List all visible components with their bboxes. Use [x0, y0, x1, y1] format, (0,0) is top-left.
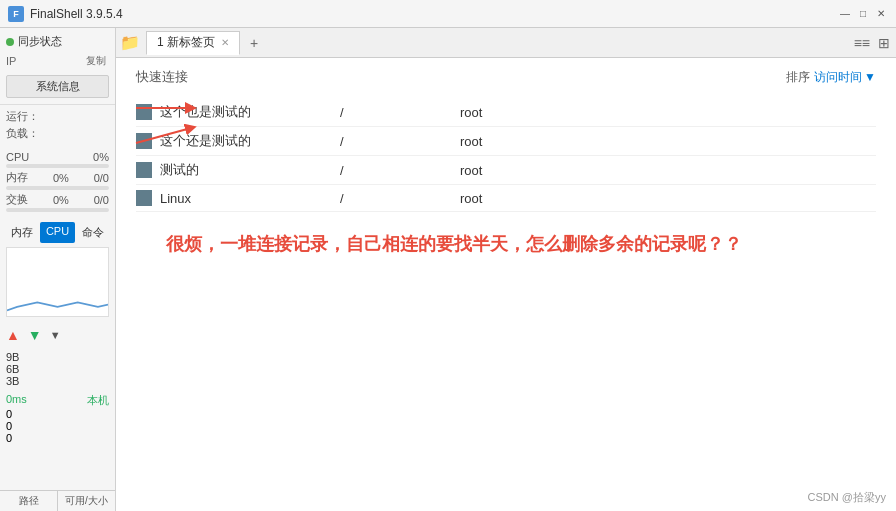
server-icon	[136, 133, 152, 149]
download-icon: ▼	[28, 327, 42, 343]
list-item[interactable]: 这个还是测试的 / root	[136, 127, 876, 156]
conn-path: /	[340, 191, 460, 206]
local-label: 本机	[87, 393, 109, 408]
tab-size[interactable]: 可用/大小	[58, 491, 115, 511]
sync-indicator	[6, 38, 14, 46]
lat-0b: 0	[6, 420, 109, 432]
folder-icon[interactable]: 📁	[120, 33, 140, 52]
conn-path: /	[340, 134, 460, 149]
conn-user: root	[460, 191, 482, 206]
sidebar-top: 同步状态 IP 复制 系统信息	[0, 28, 115, 105]
conn-name: Linux	[160, 191, 340, 206]
minimize-button[interactable]: —	[838, 7, 852, 21]
ip-row: IP 复制	[6, 53, 109, 69]
net-arrows: ▲ ▼ ▼	[0, 321, 115, 349]
lat-0a: 0	[6, 408, 109, 420]
bottom-tabs: 路径 可用/大小	[0, 490, 115, 511]
sys-info-button[interactable]: 系统信息	[6, 75, 109, 98]
swap-label: 交换	[6, 192, 28, 207]
latency-val: 0ms	[6, 393, 27, 408]
sort-section: 排序 访问时间 ▼	[786, 69, 876, 86]
cpu-label: CPU	[6, 151, 29, 163]
sort-arrow-icon: ▼	[864, 70, 876, 84]
add-tab-button[interactable]: +	[244, 33, 264, 53]
maximize-button[interactable]: □	[856, 7, 870, 21]
sidebar: 同步状态 IP 复制 系统信息 运行： 负载： CPU 0% 内存 0% 0	[0, 28, 116, 511]
net-6b: 6B	[6, 363, 109, 375]
main-layout: 同步状态 IP 复制 系统信息 运行： 负载： CPU 0% 内存 0% 0	[0, 28, 896, 511]
list-item[interactable]: Linux / root	[136, 185, 876, 212]
cpu-progress-wrap	[6, 164, 109, 168]
tab-command[interactable]: 命令	[75, 222, 111, 243]
tab-path[interactable]: 路径	[0, 491, 58, 511]
ip-label: IP	[6, 55, 16, 67]
run-label: 运行：	[6, 109, 109, 124]
conn-user: root	[460, 134, 482, 149]
title-bar: F FinalShell 3.9.5.4 — □ ✕	[0, 0, 896, 28]
swap-progress-wrap	[6, 208, 109, 212]
close-button[interactable]: ✕	[874, 7, 888, 21]
content-area: 📁 1 新标签页 ✕ + ≡≡ ⊞ 快速连接 排序 访问时间 ▼	[116, 28, 896, 511]
connection-rows: 这个也是测试的 / root 这个还是测试的 / root 测试的 / root…	[136, 98, 876, 212]
tab-memory[interactable]: 内存	[4, 222, 40, 243]
annotation-area: 很烦，一堆连接记录，自己相连的要找半天，怎么删除多余的记录呢？？	[136, 212, 876, 276]
tab-new[interactable]: 1 新标签页 ✕	[146, 31, 240, 55]
sync-row: 同步状态	[6, 34, 109, 49]
swap-val: 0%	[53, 194, 69, 206]
conn-header: 快速连接 排序 访问时间 ▼	[136, 68, 876, 86]
mem-progress-wrap	[6, 186, 109, 190]
list-item[interactable]: 测试的 / root	[136, 156, 876, 185]
mem-label: 内存	[6, 170, 28, 185]
grid-view-icon[interactable]: ≡≡	[852, 33, 872, 53]
conn-name: 这个也是测试的	[160, 103, 340, 121]
cpu-val: 0%	[93, 151, 109, 163]
net-9b: 9B	[6, 351, 109, 363]
mem-val: 0%	[53, 172, 69, 184]
mem-size: 0/0	[94, 172, 109, 184]
connection-area: 快速连接 排序 访问时间 ▼	[116, 58, 896, 511]
conn-name: 这个还是测试的	[160, 132, 340, 150]
conn-header-title: 快速连接	[136, 68, 336, 86]
server-icon	[136, 104, 152, 120]
net-3b: 3B	[6, 375, 109, 387]
sort-label: 排序	[786, 69, 810, 86]
conn-user: root	[460, 163, 482, 178]
watermark: CSDN @拾梁yy	[808, 490, 886, 505]
lat-0c: 0	[6, 432, 109, 444]
sort-value[interactable]: 访问时间 ▼	[814, 69, 876, 86]
app-title: FinalShell 3.9.5.4	[30, 7, 123, 21]
upload-icon: ▲	[6, 327, 20, 343]
tab-bar-right: ≡≡ ⊞	[852, 33, 892, 53]
run-section: 运行： 负载：	[0, 105, 115, 147]
conn-path: /	[340, 163, 460, 178]
server-icon	[136, 162, 152, 178]
sync-label: 同步状态	[18, 34, 62, 49]
tab-cpu[interactable]: CPU	[40, 222, 76, 243]
annotation-text: 很烦，一堆连接记录，自己相连的要找半天，怎么删除多余的记录呢？？	[166, 234, 742, 254]
server-icon	[136, 190, 152, 206]
app-icon: F	[8, 6, 24, 22]
connections-with-arrows: 这个也是测试的 / root 这个还是测试的 / root 测试的 / root…	[136, 98, 876, 212]
cpu-chart	[6, 247, 109, 317]
tab-bar: 📁 1 新标签页 ✕ + ≡≡ ⊞	[116, 28, 896, 58]
list-item[interactable]: 这个也是测试的 / root	[136, 98, 876, 127]
list-view-icon[interactable]: ⊞	[876, 33, 892, 53]
sidebar-tabs: 内存 CPU 命令	[4, 222, 111, 243]
load-label: 负载：	[6, 126, 109, 141]
copy-ip-button[interactable]: 复制	[83, 53, 109, 69]
conn-user: root	[460, 105, 482, 120]
swap-size: 0/0	[94, 194, 109, 206]
arrow-small-icon: ▼	[50, 329, 61, 341]
window-controls: — □ ✕	[838, 7, 888, 21]
latency-section: 0ms 本机 0 0 0	[0, 389, 115, 448]
cpu-section: CPU 0% 内存 0% 0/0 交换 0% 0/0	[0, 147, 115, 218]
tab-close-icon[interactable]: ✕	[221, 37, 229, 48]
conn-path: /	[340, 105, 460, 120]
tab-label: 1 新标签页	[157, 34, 215, 51]
net-stats: 9B 6B 3B	[0, 349, 115, 389]
conn-name: 测试的	[160, 161, 340, 179]
